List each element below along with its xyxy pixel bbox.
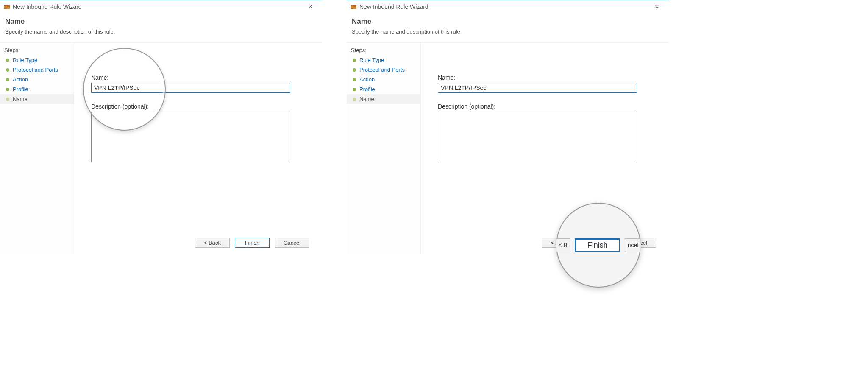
window-title: New Inbound Rule Wizard: [13, 3, 302, 10]
steps-heading: Steps:: [0, 45, 74, 55]
svg-rect-5: [351, 5, 356, 6]
svg-rect-1: [4, 5, 10, 6]
firewall-icon: [350, 3, 357, 10]
step-action[interactable]: Action: [0, 75, 74, 84]
description-label: Description (optional):: [91, 103, 305, 110]
step-action[interactable]: Action: [347, 75, 420, 84]
svg-rect-6: [353, 6, 356, 7]
description-label: Description (optional):: [438, 103, 652, 110]
description-input[interactable]: [91, 112, 290, 162]
close-icon[interactable]: ×: [648, 3, 665, 11]
step-protocol-ports[interactable]: Protocol and Ports: [347, 65, 420, 75]
back-button-fragment: < B: [556, 238, 570, 252]
name-label: Name:: [91, 74, 305, 81]
name-label: Name:: [438, 74, 652, 81]
finish-button-zoom[interactable]: Finish: [575, 238, 620, 252]
wizard-header: Name Specify the name and description of…: [347, 13, 669, 42]
page-subtitle: Specify the name and description of this…: [352, 28, 664, 35]
finish-button[interactable]: Finish: [235, 238, 270, 248]
description-input[interactable]: [438, 112, 637, 162]
wizard-window-left: New Inbound Rule Wizard × Name Specify t…: [0, 0, 322, 254]
window-title: New Inbound Rule Wizard: [359, 3, 648, 10]
page-title: Name: [352, 17, 664, 26]
step-rule-type[interactable]: Rule Type: [347, 55, 420, 65]
svg-rect-2: [7, 6, 10, 7]
step-profile[interactable]: Profile: [0, 84, 74, 94]
page-subtitle: Specify the name and description of this…: [5, 28, 317, 35]
svg-rect-3: [4, 8, 7, 9]
step-name[interactable]: Name: [347, 94, 420, 104]
cancel-button[interactable]: Cancel: [275, 238, 309, 248]
page-title: Name: [5, 17, 317, 26]
cancel-button-fragment: ncel: [625, 238, 641, 252]
steps-heading: Steps:: [347, 45, 420, 55]
name-input[interactable]: [438, 83, 637, 93]
step-protocol-ports[interactable]: Protocol and Ports: [0, 65, 74, 75]
close-icon[interactable]: ×: [302, 3, 319, 11]
button-row: < Back Finish Cancel: [195, 238, 309, 248]
svg-rect-7: [351, 8, 353, 9]
steps-sidebar: Steps: Rule Type Protocol and Ports Acti…: [347, 42, 420, 254]
name-input[interactable]: [91, 83, 290, 93]
callout-finish-content: < B Finish ncel: [556, 203, 641, 288]
steps-sidebar: Steps: Rule Type Protocol and Ports Acti…: [0, 42, 74, 254]
titlebar: New Inbound Rule Wizard ×: [347, 0, 669, 13]
wizard-header: Name Specify the name and description of…: [0, 13, 322, 42]
firewall-icon: [3, 3, 10, 10]
step-name[interactable]: Name: [0, 94, 74, 104]
back-button[interactable]: < Back: [195, 238, 230, 248]
titlebar: New Inbound Rule Wizard ×: [0, 0, 322, 13]
step-rule-type[interactable]: Rule Type: [0, 55, 74, 65]
step-profile[interactable]: Profile: [347, 84, 420, 94]
wizard-main: Name: Description (optional): < Back Fin…: [74, 42, 322, 254]
